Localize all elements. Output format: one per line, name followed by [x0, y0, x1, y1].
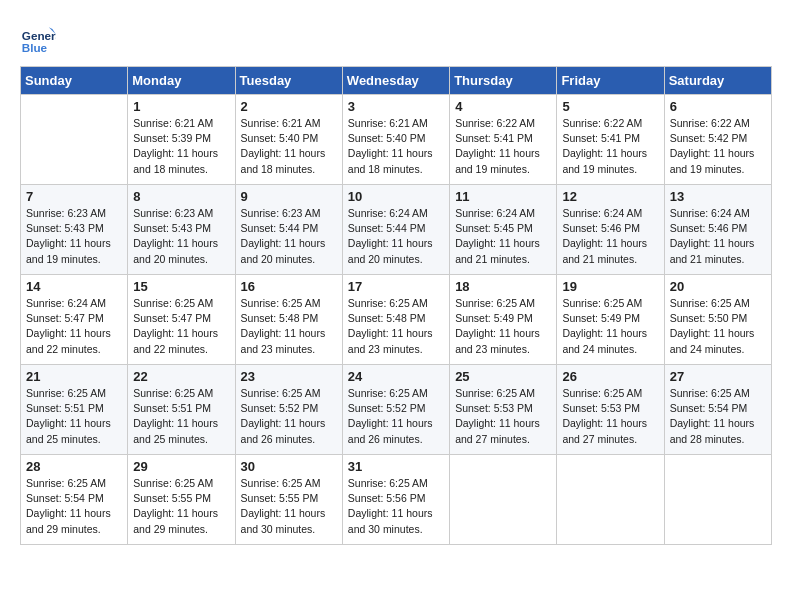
- calendar-day-cell: 24Sunrise: 6:25 AM Sunset: 5:52 PM Dayli…: [342, 365, 449, 455]
- day-number: 22: [133, 369, 229, 384]
- day-info: Sunrise: 6:24 AM Sunset: 5:44 PM Dayligh…: [348, 206, 444, 267]
- day-info: Sunrise: 6:25 AM Sunset: 5:53 PM Dayligh…: [562, 386, 658, 447]
- day-number: 25: [455, 369, 551, 384]
- day-info: Sunrise: 6:25 AM Sunset: 5:52 PM Dayligh…: [348, 386, 444, 447]
- day-number: 20: [670, 279, 766, 294]
- calendar-week-row: 1Sunrise: 6:21 AM Sunset: 5:39 PM Daylig…: [21, 95, 772, 185]
- calendar-day-cell: 28Sunrise: 6:25 AM Sunset: 5:54 PM Dayli…: [21, 455, 128, 545]
- day-info: Sunrise: 6:25 AM Sunset: 5:53 PM Dayligh…: [455, 386, 551, 447]
- calendar-table: SundayMondayTuesdayWednesdayThursdayFrid…: [20, 66, 772, 545]
- calendar-day-cell: 1Sunrise: 6:21 AM Sunset: 5:39 PM Daylig…: [128, 95, 235, 185]
- day-number: 29: [133, 459, 229, 474]
- weekday-header-cell: Monday: [128, 67, 235, 95]
- day-number: 26: [562, 369, 658, 384]
- weekday-header-cell: Wednesday: [342, 67, 449, 95]
- day-info: Sunrise: 6:21 AM Sunset: 5:40 PM Dayligh…: [348, 116, 444, 177]
- day-number: 14: [26, 279, 122, 294]
- day-info: Sunrise: 6:24 AM Sunset: 5:46 PM Dayligh…: [562, 206, 658, 267]
- weekday-header-cell: Tuesday: [235, 67, 342, 95]
- day-info: Sunrise: 6:24 AM Sunset: 5:46 PM Dayligh…: [670, 206, 766, 267]
- logo: General Blue: [20, 20, 60, 56]
- day-number: 24: [348, 369, 444, 384]
- calendar-week-row: 28Sunrise: 6:25 AM Sunset: 5:54 PM Dayli…: [21, 455, 772, 545]
- day-info: Sunrise: 6:21 AM Sunset: 5:39 PM Dayligh…: [133, 116, 229, 177]
- calendar-day-cell: 5Sunrise: 6:22 AM Sunset: 5:41 PM Daylig…: [557, 95, 664, 185]
- day-info: Sunrise: 6:22 AM Sunset: 5:41 PM Dayligh…: [562, 116, 658, 177]
- day-info: Sunrise: 6:24 AM Sunset: 5:47 PM Dayligh…: [26, 296, 122, 357]
- calendar-day-cell: [21, 95, 128, 185]
- calendar-day-cell: 6Sunrise: 6:22 AM Sunset: 5:42 PM Daylig…: [664, 95, 771, 185]
- day-info: Sunrise: 6:23 AM Sunset: 5:44 PM Dayligh…: [241, 206, 337, 267]
- calendar-body: 1Sunrise: 6:21 AM Sunset: 5:39 PM Daylig…: [21, 95, 772, 545]
- calendar-day-cell: 21Sunrise: 6:25 AM Sunset: 5:51 PM Dayli…: [21, 365, 128, 455]
- calendar-day-cell: 2Sunrise: 6:21 AM Sunset: 5:40 PM Daylig…: [235, 95, 342, 185]
- calendar-day-cell: 16Sunrise: 6:25 AM Sunset: 5:48 PM Dayli…: [235, 275, 342, 365]
- calendar-day-cell: 27Sunrise: 6:25 AM Sunset: 5:54 PM Dayli…: [664, 365, 771, 455]
- day-number: 12: [562, 189, 658, 204]
- calendar-day-cell: [557, 455, 664, 545]
- calendar-day-cell: 25Sunrise: 6:25 AM Sunset: 5:53 PM Dayli…: [450, 365, 557, 455]
- calendar-day-cell: [450, 455, 557, 545]
- day-number: 7: [26, 189, 122, 204]
- day-number: 16: [241, 279, 337, 294]
- calendar-day-cell: 15Sunrise: 6:25 AM Sunset: 5:47 PM Dayli…: [128, 275, 235, 365]
- weekday-header-cell: Friday: [557, 67, 664, 95]
- day-info: Sunrise: 6:25 AM Sunset: 5:49 PM Dayligh…: [455, 296, 551, 357]
- calendar-day-cell: 4Sunrise: 6:22 AM Sunset: 5:41 PM Daylig…: [450, 95, 557, 185]
- calendar-day-cell: 22Sunrise: 6:25 AM Sunset: 5:51 PM Dayli…: [128, 365, 235, 455]
- weekday-header-row: SundayMondayTuesdayWednesdayThursdayFrid…: [21, 67, 772, 95]
- calendar-week-row: 7Sunrise: 6:23 AM Sunset: 5:43 PM Daylig…: [21, 185, 772, 275]
- day-info: Sunrise: 6:23 AM Sunset: 5:43 PM Dayligh…: [26, 206, 122, 267]
- day-info: Sunrise: 6:25 AM Sunset: 5:51 PM Dayligh…: [133, 386, 229, 447]
- weekday-header-cell: Sunday: [21, 67, 128, 95]
- calendar-day-cell: 29Sunrise: 6:25 AM Sunset: 5:55 PM Dayli…: [128, 455, 235, 545]
- day-info: Sunrise: 6:25 AM Sunset: 5:54 PM Dayligh…: [26, 476, 122, 537]
- calendar-day-cell: 13Sunrise: 6:24 AM Sunset: 5:46 PM Dayli…: [664, 185, 771, 275]
- day-number: 19: [562, 279, 658, 294]
- day-number: 13: [670, 189, 766, 204]
- day-info: Sunrise: 6:25 AM Sunset: 5:55 PM Dayligh…: [133, 476, 229, 537]
- day-info: Sunrise: 6:22 AM Sunset: 5:42 PM Dayligh…: [670, 116, 766, 177]
- calendar-day-cell: 26Sunrise: 6:25 AM Sunset: 5:53 PM Dayli…: [557, 365, 664, 455]
- day-info: Sunrise: 6:21 AM Sunset: 5:40 PM Dayligh…: [241, 116, 337, 177]
- calendar-day-cell: [664, 455, 771, 545]
- calendar-day-cell: 10Sunrise: 6:24 AM Sunset: 5:44 PM Dayli…: [342, 185, 449, 275]
- day-number: 1: [133, 99, 229, 114]
- day-number: 23: [241, 369, 337, 384]
- calendar-day-cell: 8Sunrise: 6:23 AM Sunset: 5:43 PM Daylig…: [128, 185, 235, 275]
- calendar-day-cell: 30Sunrise: 6:25 AM Sunset: 5:55 PM Dayli…: [235, 455, 342, 545]
- day-number: 11: [455, 189, 551, 204]
- day-number: 27: [670, 369, 766, 384]
- calendar-day-cell: 17Sunrise: 6:25 AM Sunset: 5:48 PM Dayli…: [342, 275, 449, 365]
- calendar-day-cell: 3Sunrise: 6:21 AM Sunset: 5:40 PM Daylig…: [342, 95, 449, 185]
- day-info: Sunrise: 6:24 AM Sunset: 5:45 PM Dayligh…: [455, 206, 551, 267]
- day-info: Sunrise: 6:25 AM Sunset: 5:52 PM Dayligh…: [241, 386, 337, 447]
- day-info: Sunrise: 6:25 AM Sunset: 5:49 PM Dayligh…: [562, 296, 658, 357]
- day-number: 3: [348, 99, 444, 114]
- day-info: Sunrise: 6:23 AM Sunset: 5:43 PM Dayligh…: [133, 206, 229, 267]
- calendar-day-cell: 11Sunrise: 6:24 AM Sunset: 5:45 PM Dayli…: [450, 185, 557, 275]
- day-info: Sunrise: 6:25 AM Sunset: 5:48 PM Dayligh…: [241, 296, 337, 357]
- calendar-day-cell: 12Sunrise: 6:24 AM Sunset: 5:46 PM Dayli…: [557, 185, 664, 275]
- calendar-week-row: 14Sunrise: 6:24 AM Sunset: 5:47 PM Dayli…: [21, 275, 772, 365]
- day-info: Sunrise: 6:25 AM Sunset: 5:48 PM Dayligh…: [348, 296, 444, 357]
- day-number: 30: [241, 459, 337, 474]
- day-number: 17: [348, 279, 444, 294]
- calendar-day-cell: 31Sunrise: 6:25 AM Sunset: 5:56 PM Dayli…: [342, 455, 449, 545]
- day-number: 31: [348, 459, 444, 474]
- day-number: 4: [455, 99, 551, 114]
- calendar-week-row: 21Sunrise: 6:25 AM Sunset: 5:51 PM Dayli…: [21, 365, 772, 455]
- calendar-day-cell: 14Sunrise: 6:24 AM Sunset: 5:47 PM Dayli…: [21, 275, 128, 365]
- logo-icon: General Blue: [20, 20, 56, 56]
- day-info: Sunrise: 6:25 AM Sunset: 5:47 PM Dayligh…: [133, 296, 229, 357]
- day-number: 10: [348, 189, 444, 204]
- day-number: 2: [241, 99, 337, 114]
- day-info: Sunrise: 6:25 AM Sunset: 5:50 PM Dayligh…: [670, 296, 766, 357]
- day-number: 5: [562, 99, 658, 114]
- day-info: Sunrise: 6:25 AM Sunset: 5:54 PM Dayligh…: [670, 386, 766, 447]
- calendar-day-cell: 7Sunrise: 6:23 AM Sunset: 5:43 PM Daylig…: [21, 185, 128, 275]
- calendar-day-cell: 23Sunrise: 6:25 AM Sunset: 5:52 PM Dayli…: [235, 365, 342, 455]
- day-info: Sunrise: 6:25 AM Sunset: 5:55 PM Dayligh…: [241, 476, 337, 537]
- page-header: General Blue: [20, 20, 772, 56]
- calendar-day-cell: 19Sunrise: 6:25 AM Sunset: 5:49 PM Dayli…: [557, 275, 664, 365]
